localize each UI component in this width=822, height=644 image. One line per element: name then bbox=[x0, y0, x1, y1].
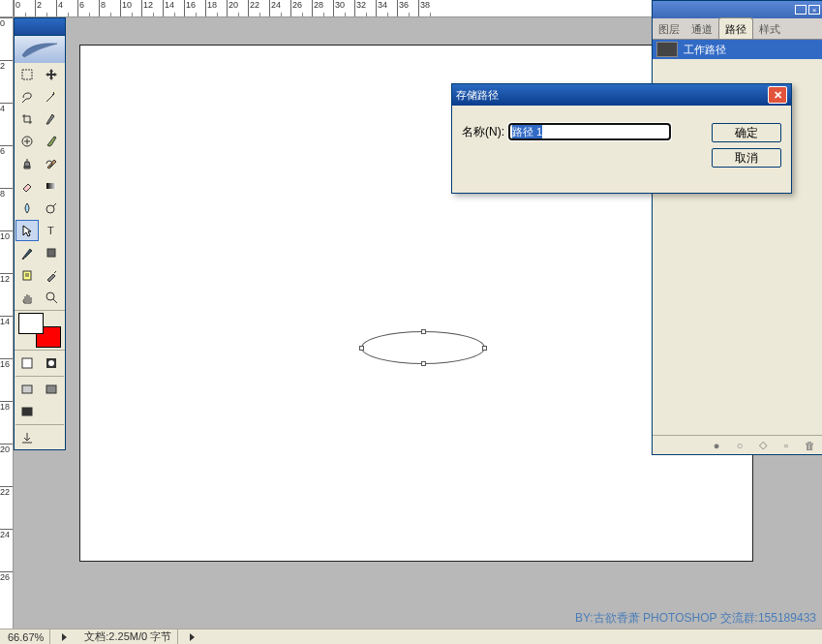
ruler-tick: 4 bbox=[0, 103, 13, 145]
ruler-tick: 14 bbox=[163, 0, 184, 16]
zoom-tool[interactable] bbox=[40, 287, 63, 308]
toolbox: T bbox=[14, 17, 66, 450]
arrow-icon[interactable] bbox=[62, 633, 67, 641]
jump-to-button[interactable] bbox=[15, 427, 39, 448]
dialog-title: 存储路径 bbox=[456, 88, 499, 103]
panels-palette: _ × 图层通道路径样式 工作路径 ●○◇▫🗑 bbox=[652, 0, 822, 455]
history-brush-tool[interactable] bbox=[40, 153, 63, 174]
blur-tool[interactable] bbox=[15, 198, 39, 219]
screen-standard-button[interactable] bbox=[15, 379, 39, 400]
panel-footer: ●○◇▫🗑 bbox=[653, 435, 822, 454]
screen-full-button[interactable] bbox=[15, 401, 39, 422]
ruler-tick: 10 bbox=[0, 230, 13, 273]
toolbox-title-bar[interactable] bbox=[15, 18, 65, 36]
dialog-title-bar[interactable]: 存储路径 ✕ bbox=[452, 84, 791, 106]
save-path-dialog: 存储路径 ✕ 名称(N): 确定 取消 bbox=[451, 83, 792, 194]
anchor-left[interactable] bbox=[359, 346, 364, 351]
ruler-tick: 16 bbox=[0, 358, 13, 401]
name-input[interactable] bbox=[508, 123, 671, 140]
svg-point-4 bbox=[46, 205, 54, 213]
eraser-tool[interactable] bbox=[15, 175, 39, 197]
quickmask-mode-button[interactable] bbox=[40, 353, 63, 374]
ellipse-path[interactable] bbox=[361, 331, 485, 364]
svg-rect-3 bbox=[46, 183, 56, 189]
tab-图层[interactable]: 图层 bbox=[653, 18, 685, 39]
path-select-tool[interactable] bbox=[15, 220, 39, 241]
ruler-tick: 4 bbox=[56, 0, 77, 16]
ruler-corner bbox=[0, 0, 14, 17]
panel-tabs: 图层通道路径样式 bbox=[653, 18, 822, 40]
ruler-tick: 2 bbox=[0, 60, 13, 103]
vertical-ruler: 02468101214161820222426 bbox=[0, 17, 14, 629]
clone-stamp-tool[interactable] bbox=[15, 153, 39, 174]
to-selection-icon[interactable]: ◇ bbox=[756, 439, 770, 452]
move-tool[interactable] bbox=[40, 64, 63, 85]
tab-样式[interactable]: 样式 bbox=[753, 18, 786, 39]
svg-point-11 bbox=[48, 360, 54, 366]
stroke-path-icon[interactable]: ○ bbox=[733, 439, 746, 452]
dodge-tool[interactable] bbox=[40, 198, 63, 219]
ok-button[interactable]: 确定 bbox=[712, 123, 781, 142]
pen-tool[interactable] bbox=[15, 242, 39, 263]
delete-path-icon[interactable]: 🗑 bbox=[803, 439, 816, 452]
color-wells[interactable] bbox=[16, 313, 63, 348]
ruler-tick: 28 bbox=[312, 0, 333, 16]
paths-panel-body: 工作路径 bbox=[653, 40, 822, 59]
fill-path-icon[interactable]: ● bbox=[710, 439, 723, 452]
crop-tool[interactable] bbox=[15, 108, 39, 130]
path-item-label: 工作路径 bbox=[684, 43, 726, 57]
ruler-tick: 18 bbox=[205, 0, 227, 16]
close-icon[interactable]: ✕ bbox=[768, 86, 787, 104]
ruler-tick: 8 bbox=[0, 188, 13, 230]
svg-text:T: T bbox=[47, 225, 54, 236]
type-tool[interactable]: T bbox=[40, 220, 63, 241]
svg-rect-6 bbox=[47, 249, 55, 257]
screen-full-menu-button[interactable] bbox=[40, 379, 63, 400]
ruler-tick: 20 bbox=[227, 0, 248, 16]
zoom-level[interactable]: 66.67% bbox=[2, 629, 50, 644]
svg-point-1 bbox=[54, 92, 56, 94]
notes-tool[interactable] bbox=[15, 264, 39, 286]
ruler-tick: 32 bbox=[354, 0, 376, 16]
ruler-tick: 16 bbox=[184, 0, 205, 16]
new-path-icon[interactable]: ▫ bbox=[779, 439, 793, 452]
gradient-tool[interactable] bbox=[40, 175, 63, 197]
shape-tool[interactable] bbox=[40, 242, 63, 263]
brush-tool[interactable] bbox=[40, 131, 63, 152]
ruler-tick: 20 bbox=[0, 444, 13, 486]
panel-title-bar[interactable]: _ × bbox=[653, 1, 822, 18]
standard-mode-button[interactable] bbox=[15, 353, 39, 374]
svg-rect-12 bbox=[22, 385, 32, 393]
ruler-tick: 14 bbox=[0, 316, 13, 358]
ruler-tick: 18 bbox=[0, 401, 13, 444]
ruler-tick: 22 bbox=[248, 0, 269, 16]
path-thumb-icon bbox=[656, 42, 678, 57]
ruler-tick: 6 bbox=[77, 0, 99, 16]
ruler-tick: 0 bbox=[0, 17, 13, 60]
status-bar: 66.67% 文档:2.25M/0 字节 bbox=[0, 629, 822, 644]
magic-wand-tool[interactable] bbox=[40, 86, 63, 107]
arrow-icon[interactable] bbox=[190, 633, 195, 641]
anchor-top[interactable] bbox=[421, 329, 426, 334]
tab-路径[interactable]: 路径 bbox=[718, 17, 753, 39]
ruler-tick: 12 bbox=[0, 273, 13, 316]
close-panel-icon[interactable]: × bbox=[808, 5, 820, 15]
anchor-right[interactable] bbox=[482, 346, 487, 351]
ruler-tick: 24 bbox=[269, 0, 290, 16]
path-item-work[interactable]: 工作路径 bbox=[653, 40, 822, 59]
lasso-tool[interactable] bbox=[15, 86, 39, 107]
cancel-button[interactable]: 取消 bbox=[712, 148, 781, 168]
hand-tool[interactable] bbox=[15, 287, 39, 308]
ruler-tick: 22 bbox=[0, 486, 13, 529]
marquee-tool[interactable] bbox=[15, 64, 39, 85]
svg-point-8 bbox=[46, 292, 54, 300]
anchor-bottom[interactable] bbox=[421, 361, 426, 366]
svg-rect-9 bbox=[22, 358, 32, 368]
eyedropper-tool[interactable] bbox=[40, 264, 63, 286]
healing-tool[interactable] bbox=[15, 131, 39, 152]
foreground-swatch[interactable] bbox=[18, 313, 44, 334]
slice-tool[interactable] bbox=[40, 108, 63, 130]
minimize-icon[interactable]: _ bbox=[795, 5, 807, 15]
tab-通道[interactable]: 通道 bbox=[685, 18, 718, 39]
ruler-tick: 26 bbox=[290, 0, 312, 16]
